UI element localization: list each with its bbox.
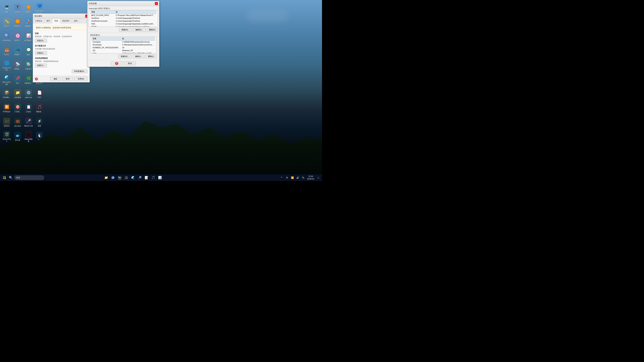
desktop-icon-35[interactable]: 🎤Maono Link xyxy=(24,116,34,129)
desktop-icon-41[interactable]: 💻ToDesk xyxy=(2,144,12,158)
taskbar-clock[interactable]: 15:36 2024/1/2 xyxy=(306,175,315,181)
desktop-icon-1[interactable]: 🖥️桌面 xyxy=(2,2,12,15)
desktop-icon-14[interactable]: 📺哔哩哔... xyxy=(12,44,23,58)
system-var-row-3[interactable]: NUMBER_OF_PROCESSORS24 xyxy=(92,46,155,49)
desktop-icon-3[interactable]: 🔶流程图... xyxy=(24,2,34,15)
user-var-row-1[interactable]: MOZ_PLUGIN_PATHC:\Program Files (x86)\Fo… xyxy=(90,14,156,17)
desktop-icon-26[interactable]: 📁必拍新建 xyxy=(12,87,23,101)
desktop-icon-33[interactable]: 🎶QQ音乐 xyxy=(2,116,12,129)
taskbar-search-icon[interactable]: 🔍 xyxy=(8,175,14,181)
desktop-icon-15[interactable]: 💬微信 xyxy=(24,44,34,58)
tab-computer-name[interactable]: 计算机名 xyxy=(33,19,44,23)
tab-remote[interactable]: 远程 xyxy=(72,19,80,23)
user-vars-new-button[interactable]: 新建(N)... xyxy=(119,28,132,32)
taskbar-search2[interactable]: 🔎 xyxy=(137,175,143,181)
tab-system-protection[interactable]: 系统保护 xyxy=(60,19,72,23)
desktop-icon-39[interactable]: OOpera浏览器 xyxy=(24,130,34,143)
taskbar-volume[interactable]: 🔊 xyxy=(295,175,300,180)
desktop-icon-31[interactable]: 📋Listary xyxy=(24,101,34,115)
user-vars-table-container[interactable]: 变量 值 MOZ_PLUGIN_PATHC:\Program Files (x8… xyxy=(89,10,158,27)
desktop-icon-42[interactable]: 💚企业微信 xyxy=(12,144,23,158)
sys-properties-ok-button[interactable]: 确定 xyxy=(50,77,61,81)
user-var-row-2[interactable]: OneDriveC:\Users\liuguangle\OneDrive xyxy=(90,17,156,20)
desktop-icon-36[interactable]: ⚡迅雷 xyxy=(34,116,44,129)
taskbar-wifi[interactable]: 📶 xyxy=(290,175,295,180)
system-vars-delete-button[interactable]: 删除(L) xyxy=(146,54,156,58)
tab-advanced[interactable]: 高级 xyxy=(52,19,60,23)
desktop-icon-11[interactable]: 📊超市数据... xyxy=(24,30,34,44)
tab-hardware[interactable]: 硬件 xyxy=(44,19,52,23)
desktop-icon-6[interactable]: 🟠阿里旺旺 xyxy=(12,16,23,29)
system-vars-edit-button[interactable]: 编辑(I)... xyxy=(132,54,145,58)
taskbar-lang[interactable]: 英 xyxy=(284,175,289,180)
desktop-icon-7[interactable]: 🚀网速客... xyxy=(24,16,34,29)
system-vars-table-container[interactable]: 变量 值 ComSpecC:\WINDOWS\system32\cmd.exeD… xyxy=(90,37,156,53)
system-var-row-1[interactable]: ComSpecC:\WINDOWS\system32\cmd.exe xyxy=(92,40,155,43)
start-button[interactable] xyxy=(1,175,8,181)
user-vars-edit-button[interactable]: 编辑(E)... xyxy=(133,28,146,32)
taskbar-note[interactable]: 📝 xyxy=(144,175,150,181)
system-var-row-2[interactable]: DriverDataC:\Windows\System32\Drivers\Dr… xyxy=(92,43,155,46)
taskbar-music[interactable]: 🎵 xyxy=(150,175,156,181)
desktop-icon-22[interactable]: 📌钉钉 xyxy=(12,73,23,86)
desktop-icon-10[interactable]: 🌸浙应用... xyxy=(12,30,23,44)
user-var-row-3[interactable]: OneDriveConsumerC:\Users\liuguangle\OneD… xyxy=(90,20,156,22)
search-placeholder: 搜索 xyxy=(16,176,20,179)
desktop-icon-45[interactable]: 📊Office xyxy=(2,158,12,172)
desktop-icon-34[interactable]: 💼金山会议 xyxy=(12,116,23,129)
sys-properties-apply-button[interactable]: 应用(A) xyxy=(74,77,88,81)
desktop-icon-4[interactable]: 💙Visual Studio Code xyxy=(34,2,44,15)
desktop-icon-2[interactable]: TTypora xyxy=(12,2,23,15)
desktop-icon-21[interactable]: 🌊Microsoft Edge xyxy=(2,73,12,86)
user-var-row-5[interactable]: TEMPC:\Users\liuguangle\AppData\Local\Te… xyxy=(90,25,156,27)
user-vars-delete-button[interactable]: 删除(D) xyxy=(147,28,158,32)
desktop-icon-18[interactable]: 📡电视直... xyxy=(12,59,23,72)
desktop-icon-13[interactable]: 🦊Firefox xyxy=(2,44,12,58)
desktop-icon-40[interactable]: 🐧QQ xyxy=(34,130,44,143)
desktop-icon-17[interactable]: 🌐Google Chrome xyxy=(2,59,12,72)
sys-properties-cancel-button[interactable]: 取消 xyxy=(62,77,73,81)
desktop-icon-9[interactable]: 🔍Everything xyxy=(2,30,12,44)
desktop-icon-38[interactable]: 🐟墨大师 xyxy=(12,130,23,143)
taskbar-battery[interactable]: 🔌 xyxy=(301,175,306,180)
desktop-icon-27[interactable]: ⚙️geek.exe xyxy=(24,87,34,101)
desktop-icon-5[interactable]: ✏️draw.io xyxy=(2,16,12,29)
env-vars-close-button[interactable]: ✕ xyxy=(155,2,158,5)
desktop-icon-label-45: Office xyxy=(4,168,9,170)
taskbar-chrome[interactable] xyxy=(110,175,116,181)
env-vars-button[interactable]: 环境变量(N)... xyxy=(72,69,88,73)
system-var-row-4[interactable]: OSWindows_NT xyxy=(92,49,155,52)
user-profile-settings-button[interactable]: 设置(E)... xyxy=(35,51,47,55)
user-var-name-1: MOZ_PLUGIN_PATH xyxy=(90,14,115,17)
env-vars-titlebar[interactable]: 环境变量 ✕ xyxy=(88,1,159,6)
desktop-icon-19[interactable]: 🐘印象笔记 xyxy=(24,59,34,72)
env-cancel-button[interactable]: 取消 xyxy=(124,61,136,65)
desktop-icon-44[interactable]: ▶️亿图图示 xyxy=(34,144,44,158)
taskbar-camera[interactable]: 🎥 xyxy=(123,175,129,181)
desktop-icon-img-1: 🖥️ xyxy=(3,4,10,10)
desktop-icon-25[interactable]: 📦WindMo... xyxy=(2,87,12,101)
user-var-row-4[interactable]: PathC:\Users\liuguangle\AppData\Local\Mi… xyxy=(90,22,156,25)
desktop-icon-23[interactable]: 🌿印象笔记... xyxy=(24,73,34,86)
desktop-icon-30[interactable]: 🎯小目标... xyxy=(12,101,23,115)
startup-settings-button[interactable]: 设置(T)... xyxy=(35,63,47,67)
taskbar-edge[interactable]: 🌊 xyxy=(130,175,136,181)
env-vars-dialog: 环境变量 ✕ liuguanglei 的用户变量(U) 变量 值 MOZ_PLU… xyxy=(87,1,160,67)
desktop-icon-32[interactable]: 🎵网易有... xyxy=(34,101,44,115)
taskbar-file-explorer[interactable]: 📁 xyxy=(103,175,109,181)
desktop-icon-28[interactable]: 📄PDF xyxy=(34,87,44,101)
system-vars-new-button[interactable]: 新建(W)... xyxy=(118,54,132,58)
desktop-icon-29[interactable]: ▶️PotPlayer xyxy=(2,101,12,115)
taskbar-search-bar[interactable]: 搜索 xyxy=(14,175,44,180)
taskbar-notifications[interactable]: □ xyxy=(316,175,321,180)
taskbar-media[interactable]: 📷 xyxy=(116,175,123,181)
taskbar-app9[interactable]: 📊 xyxy=(157,175,163,181)
user-var-value-1: C:\Program Files (x86)\Foxit Software\Fo… xyxy=(115,14,156,17)
performance-settings-button[interactable]: 设置(S)... xyxy=(35,39,47,43)
performance-title: 性能 xyxy=(35,32,88,35)
system-var-row-5[interactable]: PathC:\Program Files (x86)\VMware\VMware… xyxy=(92,52,155,54)
sys-properties-titlebar[interactable]: 系统属性 ✕ xyxy=(33,13,90,19)
desktop-icon-43[interactable]: 📌PixPin xyxy=(24,144,34,158)
taskbar-chevron-up[interactable]: ^ xyxy=(279,175,284,180)
desktop-icon-37[interactable]: 🎬ScreenToGif xyxy=(2,130,12,143)
